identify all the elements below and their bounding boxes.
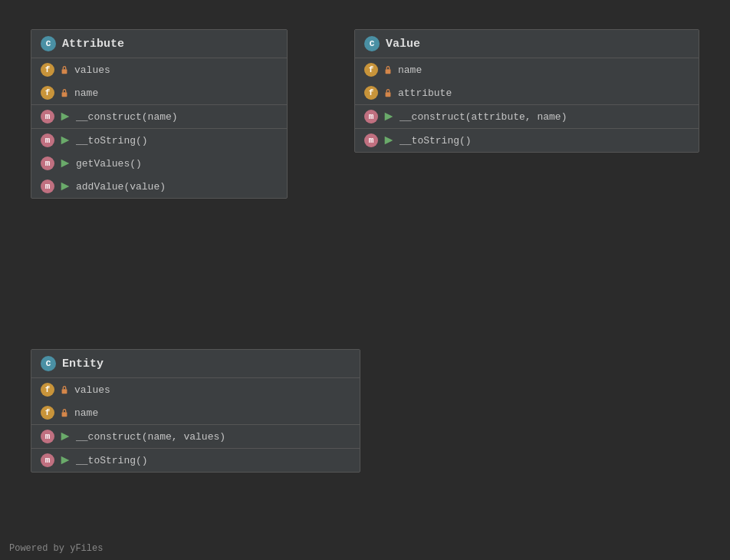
method-icon: m [364,110,378,124]
method-name: __toString() [400,135,472,147]
class-header-attribute: cAttribute [31,30,287,58]
lock-icon [383,64,393,75]
svg-marker-12 [61,433,70,441]
field-name: name [74,407,98,419]
svg-marker-5 [61,183,70,191]
method-name: __toString() [76,455,148,466]
table-row: m __construct(name) [31,105,287,128]
table-row: m __construct(name, values) [31,425,360,448]
svg-rect-0 [62,69,67,74]
table-row: f values [31,58,287,81]
arrow-icon [59,134,71,147]
field-name: values [74,384,110,396]
arrow-icon [59,157,71,170]
field-name: name [398,64,422,76]
class-title-value: Value [386,38,420,51]
method-name: __construct(name, values) [76,431,225,443]
lock-icon [59,407,70,418]
svg-rect-10 [62,389,67,394]
method-name: addValue(value) [76,181,166,193]
methods2-section-entity: m __toString() [31,449,360,472]
method-icon: m [41,453,54,467]
field-section-entity: f valuesf name [31,378,360,425]
method-icon: m [41,180,54,193]
method-icon: m [41,110,54,124]
svg-rect-7 [386,92,391,97]
class-header-entity: cEntity [31,350,360,378]
method-icon: m [364,133,378,147]
method-name: __construct(attribute, name) [400,111,567,123]
class-title-attribute: Attribute [62,38,124,51]
lock-icon [59,384,70,395]
method-icon: m [41,133,54,147]
diagram-canvas: cAttributef valuesf namem __construct(na… [0,0,730,560]
method-name: __construct(name) [76,111,178,123]
lock-icon [383,87,393,98]
methods1-section-attribute: m __construct(name) [31,105,287,129]
methods2-section-attribute: m __toString()m getValues()m addValue(va… [31,129,287,198]
field-section-value: f namef attribute [355,58,699,105]
field-icon: f [41,86,54,100]
svg-marker-13 [61,456,70,465]
class-header-value: cValue [355,30,699,58]
class-box-attribute: cAttributef valuesf namem __construct(na… [31,29,288,199]
method-name: __toString() [76,135,148,147]
svg-marker-8 [385,113,393,121]
table-row: m __toString() [355,129,699,152]
svg-marker-4 [61,160,70,168]
field-icon: f [364,86,378,100]
arrow-icon [59,454,71,466]
table-row: m getValues() [31,152,287,175]
field-name: values [74,64,110,76]
field-name: name [74,87,98,99]
methods2-section-value: m __toString() [355,129,699,152]
arrow-icon [383,110,395,123]
table-row: f name [355,58,699,81]
method-icon: m [41,430,54,443]
table-row: f name [31,401,360,424]
lock-icon [59,87,70,98]
method-name: getValues() [76,158,142,170]
class-icon-entity: c [41,356,56,371]
table-row: f name [31,81,287,104]
class-box-entity: cEntityf valuesf namem __construct(name,… [31,349,360,473]
svg-rect-1 [62,92,67,97]
lock-icon [59,64,70,75]
svg-rect-6 [386,69,391,74]
arrow-icon [59,180,71,193]
table-row: m __construct(attribute, name) [355,105,699,128]
powered-by-label: Powered by yFiles [9,543,103,554]
table-row: m addValue(value) [31,175,287,198]
field-section-attribute: f valuesf name [31,58,287,105]
svg-marker-2 [61,113,70,121]
class-icon-attribute: c [41,36,56,51]
table-row: m __toString() [31,449,360,472]
method-icon: m [41,156,54,170]
field-name: attribute [398,87,452,99]
table-row: m __toString() [31,129,287,152]
table-row: f values [31,378,360,401]
arrow-icon [383,134,395,147]
svg-marker-3 [61,137,70,145]
arrow-icon [59,110,71,123]
table-row: f attribute [355,81,699,104]
field-icon: f [41,63,54,77]
class-icon-value: c [364,36,380,51]
methods1-section-value: m __construct(attribute, name) [355,105,699,129]
field-icon: f [41,406,54,420]
arrow-icon [59,430,71,443]
class-box-value: cValuef namef attributem __construct(att… [354,29,699,153]
svg-rect-11 [62,412,67,417]
field-icon: f [364,63,378,77]
class-title-entity: Entity [62,357,104,371]
methods1-section-entity: m __construct(name, values) [31,425,360,449]
svg-marker-9 [385,137,393,145]
field-icon: f [41,383,54,397]
